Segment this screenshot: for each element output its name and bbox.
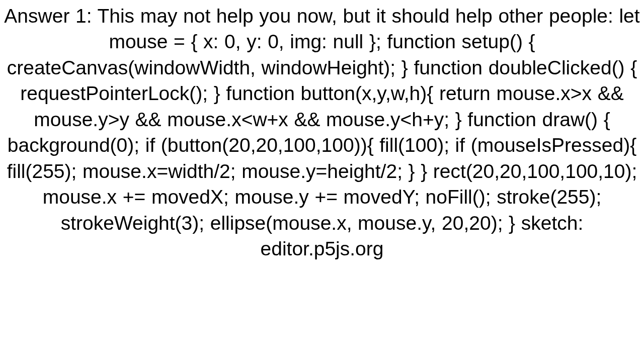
answer-body: Answer 1: This may not help you now, but… — [0, 0, 644, 262]
